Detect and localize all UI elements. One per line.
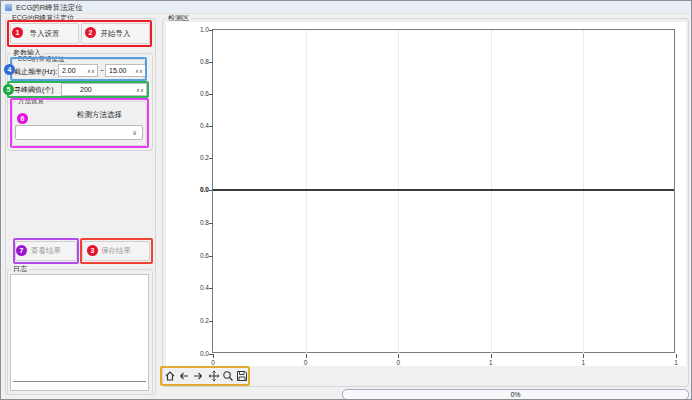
- gridline: [491, 30, 492, 354]
- spinner-arrows-icon[interactable]: ∧∨: [87, 68, 97, 74]
- x-tick-mark: [676, 354, 677, 358]
- progress-bar: 0%: [342, 389, 689, 400]
- forward-arrow-icon[interactable]: [191, 368, 205, 383]
- annotation-marker-2: 2: [85, 27, 96, 38]
- pan-icon[interactable]: [207, 368, 221, 383]
- filter-group-label: ECG的带通滤波: [16, 55, 67, 63]
- y-tick-label: 0.0: [185, 350, 209, 357]
- gridline: [583, 30, 584, 354]
- y-tick-label: 0.8: [185, 58, 209, 65]
- y-tick-label: 0.6: [185, 90, 209, 97]
- peak-threshold-spinbox[interactable]: 200 ∧∨: [61, 83, 147, 96]
- y-tick-mark: [209, 223, 213, 224]
- log-textarea[interactable]: [10, 274, 149, 391]
- annotation-marker-3: 3: [87, 245, 98, 256]
- home-icon[interactable]: [163, 368, 177, 383]
- save-results-label: 保存结果: [101, 246, 131, 256]
- y-tick-mark: [209, 126, 213, 127]
- cutoff-high-spinbox[interactable]: 15.00 ∧∨: [105, 64, 146, 77]
- progress-text: 0%: [510, 391, 520, 398]
- x-tick-label: 1: [582, 359, 586, 366]
- y-tick-label: 0.0: [185, 186, 209, 193]
- range-separator: ~: [100, 67, 104, 74]
- log-scrollbar[interactable]: [13, 381, 146, 382]
- back-arrow-icon[interactable]: [177, 368, 191, 383]
- subplot-divider: [213, 189, 674, 191]
- gridline: [306, 30, 307, 354]
- y-tick-mark: [209, 288, 213, 289]
- annotation-marker-6: 6: [17, 113, 28, 124]
- annotation-marker-7: 7: [16, 245, 27, 256]
- detection-area-label: 检测区: [166, 14, 191, 22]
- app-icon: [5, 4, 12, 11]
- y-tick-label: 0.6: [185, 252, 209, 259]
- y-tick-mark: [209, 94, 213, 95]
- annotation-marker-5: 5: [3, 84, 14, 95]
- y-tick-label: 0.4: [185, 122, 209, 129]
- start-import-label: 开始导入: [101, 29, 131, 39]
- zoom-icon[interactable]: [221, 368, 235, 383]
- x-tick-mark: [398, 354, 399, 358]
- title-bar: ECG的R峰算法定位: [1, 1, 691, 14]
- x-tick-label: 0: [304, 359, 308, 366]
- cutoff-frequency-label: 截止频率(Hz):: [14, 67, 57, 77]
- gridline: [398, 30, 399, 354]
- x-tick-label: 1: [489, 359, 493, 366]
- y-tick-mark: [209, 190, 213, 191]
- y-tick-label: 0.2: [185, 154, 209, 161]
- peak-threshold-value: 200: [62, 86, 136, 93]
- y-tick-mark: [209, 158, 213, 159]
- y-tick-label: 1.0: [185, 26, 209, 33]
- y-tick-mark: [209, 62, 213, 63]
- y-tick-label: 0.4: [185, 284, 209, 291]
- x-tick-mark: [583, 354, 584, 358]
- left-panel-group-label: ECG的R峰算法定位: [10, 14, 76, 22]
- window-title: ECG的R峰算法定位: [16, 3, 83, 13]
- save-icon[interactable]: [235, 368, 249, 383]
- log-group-label: 日志: [11, 265, 29, 273]
- method-select-combobox[interactable]: ∨: [15, 125, 143, 140]
- chevron-down-icon: ∨: [132, 129, 142, 137]
- y-tick-mark: [209, 30, 213, 31]
- y-tick-label: 0.2: [185, 317, 209, 324]
- view-results-label: 查看结果: [31, 246, 61, 256]
- y-tick-label: 0.8: [185, 219, 209, 226]
- plot-area[interactable]: 1.00.80.60.40.20.00.80.60.40.20.0000111: [212, 29, 675, 353]
- x-tick-mark: [213, 354, 214, 358]
- x-tick-mark: [306, 354, 307, 358]
- cutoff-low-spinbox[interactable]: 2.00 ∧∨: [58, 64, 98, 77]
- y-tick-mark: [209, 321, 213, 322]
- method-select-label: 检测方法选择: [77, 110, 122, 120]
- import-settings-label: 导入设置: [30, 29, 60, 39]
- y-tick-mark: [209, 256, 213, 257]
- cutoff-high-value: 15.00: [106, 67, 135, 74]
- annotation-marker-4: 4: [4, 64, 15, 75]
- peak-threshold-label: 寻峰阈值(个): [14, 85, 54, 95]
- x-tick-label: 1: [674, 359, 678, 366]
- plot-toolbar: [163, 368, 249, 384]
- spinner-arrows-icon[interactable]: ∧∨: [135, 68, 145, 74]
- x-tick-label: 0: [396, 359, 400, 366]
- x-tick-mark: [491, 354, 492, 358]
- method-group-label: 方法设置: [16, 97, 46, 105]
- cutoff-low-value: 2.00: [59, 67, 87, 74]
- spinner-arrows-icon[interactable]: ∧∨: [136, 87, 146, 93]
- app-window: ECG的R峰算法定位 ECG的R峰算法定位 导入设置 开始导入 1 2 参数输入…: [0, 0, 692, 400]
- x-tick-label: 0: [211, 359, 215, 366]
- annotation-marker-1: 1: [12, 27, 23, 38]
